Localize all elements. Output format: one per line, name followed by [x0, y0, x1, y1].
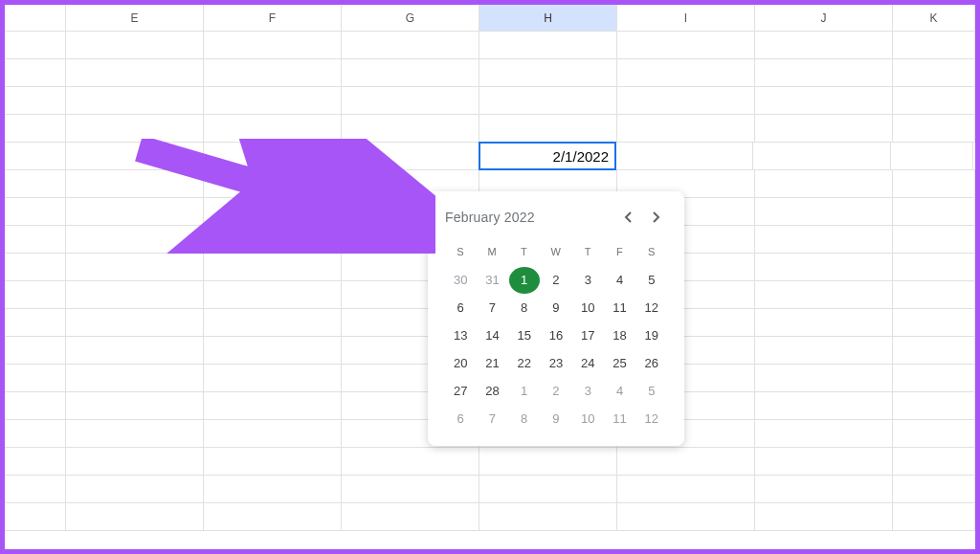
cell[interactable] — [755, 87, 893, 114]
cell[interactable] — [5, 226, 66, 253]
cell[interactable] — [5, 198, 66, 225]
cell[interactable] — [66, 59, 204, 86]
cell[interactable] — [5, 115, 66, 142]
cell[interactable] — [479, 87, 617, 114]
datepicker-day[interactable]: 8 — [509, 295, 540, 321]
cell[interactable] — [5, 281, 66, 308]
cell[interactable] — [204, 448, 342, 475]
datepicker-day[interactable]: 26 — [636, 350, 667, 377]
datepicker-day[interactable]: 27 — [445, 378, 476, 405]
cell[interactable] — [204, 198, 342, 225]
datepicker-day[interactable]: 31 — [477, 267, 507, 294]
datepicker-day[interactable]: 3 — [572, 378, 603, 405]
cell[interactable] — [5, 170, 66, 197]
cell[interactable] — [204, 365, 342, 391]
cell[interactable] — [893, 337, 975, 364]
cell[interactable] — [755, 309, 893, 336]
cell[interactable] — [617, 59, 755, 86]
cell[interactable] — [5, 143, 66, 169]
cell[interactable] — [615, 143, 753, 169]
datepicker-day[interactable]: 5 — [636, 378, 667, 405]
cell[interactable] — [342, 32, 479, 58]
datepicker-day[interactable]: 17 — [572, 322, 603, 349]
cell[interactable] — [755, 226, 893, 253]
cell[interactable] — [204, 143, 342, 169]
cell[interactable] — [342, 87, 479, 114]
cell[interactable] — [893, 365, 975, 391]
cell[interactable] — [5, 32, 66, 58]
cell[interactable] — [755, 503, 893, 530]
cell[interactable] — [66, 281, 204, 308]
cell[interactable] — [755, 115, 893, 142]
datepicker-day[interactable]: 14 — [477, 322, 507, 349]
column-header-J[interactable]: J — [755, 5, 893, 31]
cell[interactable] — [479, 115, 617, 142]
cell[interactable] — [5, 309, 66, 336]
datepicker-day[interactable]: 4 — [605, 378, 635, 405]
cell[interactable] — [66, 365, 204, 391]
cell[interactable] — [66, 226, 204, 253]
cell[interactable] — [66, 32, 204, 58]
datepicker-day[interactable]: 28 — [477, 378, 507, 405]
cell[interactable] — [5, 337, 66, 364]
datepicker-day[interactable]: 16 — [541, 322, 571, 349]
datepicker-prev-button[interactable] — [617, 207, 638, 228]
cell[interactable] — [204, 337, 342, 364]
cell[interactable] — [755, 254, 893, 280]
datepicker-day[interactable]: 11 — [605, 295, 635, 321]
cell[interactable] — [617, 115, 755, 142]
cell[interactable] — [5, 365, 66, 391]
cell[interactable] — [893, 226, 975, 253]
cell[interactable] — [617, 32, 755, 58]
cell[interactable] — [204, 254, 342, 280]
cell[interactable] — [755, 337, 893, 364]
datepicker-day[interactable]: 19 — [636, 322, 667, 349]
cell[interactable] — [204, 392, 342, 419]
cell[interactable] — [66, 143, 204, 169]
datepicker-day[interactable]: 2 — [541, 267, 571, 294]
datepicker-day[interactable]: 2 — [541, 378, 571, 405]
cell[interactable] — [893, 59, 975, 86]
cell[interactable] — [66, 476, 204, 502]
selected-cell[interactable]: 2/1/2022 — [479, 142, 616, 170]
cell[interactable] — [204, 170, 342, 197]
cell[interactable] — [617, 448, 755, 475]
cell[interactable] — [479, 476, 617, 502]
column-header-H[interactable]: H — [479, 5, 617, 31]
cell[interactable] — [891, 143, 973, 169]
datepicker-day[interactable]: 7 — [477, 295, 507, 321]
datepicker-day-selected[interactable]: 1 — [509, 267, 540, 294]
datepicker-day[interactable]: 23 — [541, 350, 571, 377]
column-header[interactable] — [5, 5, 66, 31]
cell[interactable] — [755, 32, 893, 58]
cell[interactable] — [204, 309, 342, 336]
datepicker-day[interactable]: 3 — [572, 267, 603, 294]
cell[interactable] — [893, 309, 975, 336]
datepicker-day[interactable]: 9 — [541, 295, 571, 321]
cell[interactable] — [204, 226, 342, 253]
cell[interactable] — [342, 476, 479, 502]
cell[interactable] — [755, 476, 893, 502]
cell[interactable] — [5, 420, 66, 447]
cell[interactable] — [204, 281, 342, 308]
cell[interactable] — [66, 309, 204, 336]
datepicker-day[interactable]: 8 — [509, 406, 540, 432]
cell[interactable] — [66, 503, 204, 530]
cell[interactable] — [66, 198, 204, 225]
datepicker-day[interactable]: 9 — [541, 406, 571, 432]
cell[interactable] — [204, 115, 342, 142]
datepicker-next-button[interactable] — [646, 207, 667, 228]
cell[interactable] — [204, 59, 342, 86]
cell[interactable] — [5, 392, 66, 419]
cell[interactable] — [204, 476, 342, 502]
cell[interactable] — [5, 448, 66, 475]
column-header-G[interactable]: G — [342, 5, 479, 31]
cell[interactable] — [66, 87, 204, 114]
datepicker-day[interactable]: 24 — [572, 350, 603, 377]
cell[interactable] — [342, 143, 479, 169]
cell[interactable] — [893, 476, 975, 502]
cell[interactable] — [893, 503, 975, 530]
cell[interactable] — [66, 420, 204, 447]
cell[interactable] — [753, 143, 891, 169]
cell[interactable] — [204, 87, 342, 114]
